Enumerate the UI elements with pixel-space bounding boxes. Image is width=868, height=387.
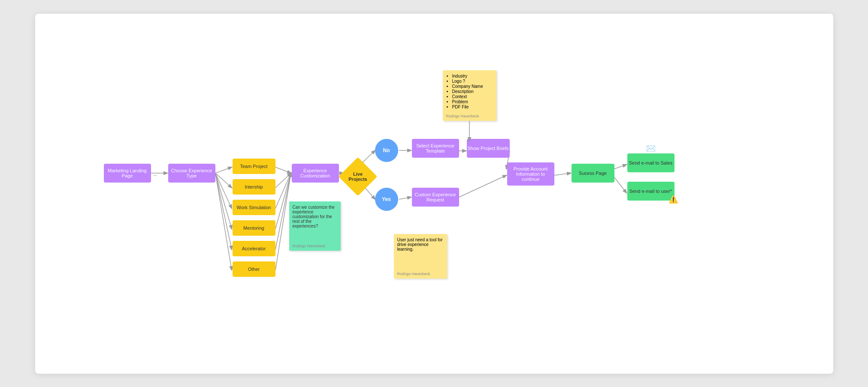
work-simulation-label: Work Simulation: [237, 205, 271, 210]
success-page-label: Sucess Page: [579, 171, 607, 176]
intership-node[interactable]: Intership: [233, 179, 275, 195]
provide-account-label: Provide Account Information to continue: [507, 166, 554, 182]
success-page-node[interactable]: Sucess Page: [572, 164, 614, 183]
warning-badge-icon: ⚠️: [668, 195, 678, 204]
no-circle-node[interactable]: No: [375, 139, 398, 162]
email-sales-icon: ✉️: [646, 144, 656, 153]
svg-line-5: [215, 173, 232, 249]
send-sales-node[interactable]: ✉️ Send e-mail to Sales: [627, 153, 674, 172]
sticky-customize-node: Can we customize the experience customiz…: [289, 201, 341, 251]
yes-circle-node[interactable]: Yes: [375, 188, 398, 211]
svg-line-12: [275, 173, 291, 270]
team-project-label: Team Project: [240, 164, 267, 169]
svg-line-6: [215, 173, 232, 270]
experience-customization-node[interactable]: Experience Customization: [292, 164, 339, 183]
svg-line-9: [275, 173, 291, 208]
select-experience-node[interactable]: Select Experience Template: [412, 139, 459, 158]
team-project-node[interactable]: Team Project: [233, 159, 275, 174]
intership-label: Intership: [245, 184, 263, 189]
sticky-item-pdf: PDF File: [452, 105, 493, 109]
arrow-1: →: [152, 172, 158, 179]
marketing-landing-node[interactable]: Marketing Landing Page: [104, 164, 151, 183]
svg-line-2: [215, 173, 232, 188]
marketing-landing-label: Marketing Landing Page: [104, 168, 151, 178]
no-label: No: [383, 147, 390, 153]
mentoring-node[interactable]: Mentoring: [233, 220, 275, 236]
sticky-bottom-author: Rodrigo Haverbeck: [397, 272, 430, 276]
sticky-top-node: Industry Logo ? Company Name Description…: [443, 70, 496, 121]
svg-line-8: [275, 173, 291, 188]
svg-line-21: [554, 173, 571, 175]
svg-line-7: [275, 167, 291, 173]
svg-line-4: [215, 173, 232, 229]
svg-line-3: [215, 173, 232, 208]
sticky-item-logo: Logo ?: [452, 79, 493, 84]
sticky-top-author: Rodrigo Haverbeck: [446, 114, 479, 118]
sticky-item-problem: Problem: [452, 99, 493, 104]
experience-customization-label: Experience Customization: [292, 168, 339, 178]
sticky-item-description: Description: [452, 89, 493, 94]
svg-line-10: [275, 173, 291, 229]
sticky-customize-text: Can we customize the experience customiz…: [293, 205, 335, 228]
accelerator-node[interactable]: Accelerator: [233, 241, 275, 256]
live-projects-diamond-wrapper[interactable]: Live Projects: [341, 159, 375, 194]
svg-line-23: [614, 177, 626, 193]
custom-experience-node[interactable]: Custom Experience Request: [412, 188, 459, 207]
sticky-item-company: Company Name: [452, 84, 493, 89]
sticky-bottom-node: User just need a tool for drive experien…: [394, 234, 447, 279]
sticky-item-industry: Industry: [452, 74, 493, 78]
svg-line-11: [275, 173, 291, 249]
mentoring-label: Mentoring: [243, 225, 264, 231]
select-experience-label: Select Experience Template: [412, 143, 459, 153]
canvas-wrapper: Marketing Landing Page → Choose Experien…: [35, 14, 833, 374]
yes-label: Yes: [382, 196, 391, 202]
sticky-bottom-text: User just need a tool for drive experien…: [397, 237, 443, 252]
sticky-top-list: Industry Logo ? Company Name Description…: [446, 74, 493, 109]
flow-container: Marketing Landing Page → Choose Experien…: [52, 31, 816, 357]
live-projects-label: Live Projects: [344, 171, 372, 182]
svg-line-22: [614, 165, 626, 169]
send-sales-label: Send e-mail to Sales: [629, 160, 673, 165]
choose-experience-node[interactable]: Choose Experience Type: [168, 164, 215, 183]
show-project-node[interactable]: Show Project Briefs: [467, 139, 510, 158]
svg-line-20: [459, 175, 506, 197]
show-project-label: Show Project Briefs: [468, 146, 509, 151]
sticky-item-context: Context: [452, 94, 493, 99]
svg-line-18: [399, 197, 411, 199]
work-simulation-node[interactable]: Work Simulation: [233, 200, 275, 215]
send-user-label: Send e-mail to user*: [629, 189, 672, 194]
sticky-customize-author: Rodrigo Haverbeck: [293, 244, 326, 248]
other-node[interactable]: Other: [233, 261, 275, 277]
send-user-node[interactable]: Send e-mail to user* ⚠️: [627, 182, 674, 201]
custom-experience-label: Custom Experience Request: [412, 192, 459, 202]
other-label: Other: [248, 267, 260, 272]
svg-line-1: [215, 167, 232, 173]
accelerator-label: Accelerator: [242, 246, 266, 251]
choose-experience-label: Choose Experience Type: [168, 168, 215, 178]
live-projects-diamond[interactable]: Live Projects: [338, 157, 377, 196]
provide-account-node[interactable]: Provide Account Information to continue: [507, 162, 554, 186]
